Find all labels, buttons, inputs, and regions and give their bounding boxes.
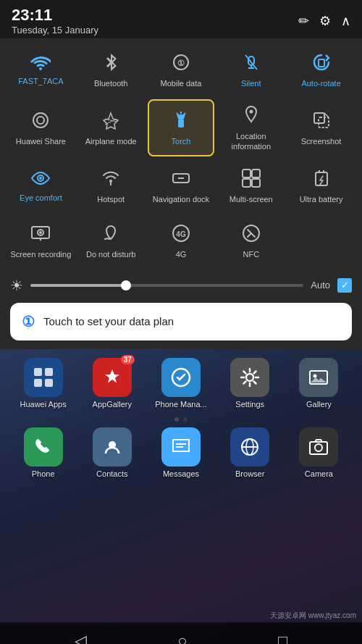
qs-item-nfc[interactable]: NFC — [217, 216, 285, 267]
svg-point-18 — [109, 180, 112, 183]
app-item-phone[interactable]: Phone — [12, 427, 75, 478]
home-button[interactable]: ○ — [177, 632, 187, 644]
data-plan-banner[interactable]: ① Touch to set your data plan — [10, 303, 352, 340]
qs-label-silent: Silent — [241, 78, 261, 88]
brightness-thumb — [121, 280, 131, 290]
qs-item-multi-screen[interactable]: Multi-screen — [217, 161, 285, 212]
auto-rotate-icon — [311, 52, 332, 75]
app-item-messages[interactable]: Messages — [149, 427, 212, 478]
status-time: 23:11 — [12, 6, 98, 25]
brightness-icon: ☀ — [10, 277, 23, 294]
app-icon-browser — [230, 427, 269, 467]
qs-item-torch[interactable]: Torch — [148, 99, 215, 156]
4g-icon: 4G — [171, 223, 191, 246]
svg-rect-24 — [243, 179, 251, 187]
qs-item-wifi[interactable]: FAST_7ACA — [7, 44, 75, 95]
app-grid-row2: PhoneContactsMessagesBrowserCamera — [0, 427, 362, 484]
quick-settings-grid: FAST_7ACABluetooth①Mobile dataSilentAuto… — [7, 44, 355, 267]
svg-rect-13 — [314, 113, 324, 123]
hotspot-icon — [101, 168, 121, 191]
app-item-camera[interactable]: Camera — [287, 427, 350, 478]
qs-label-torch: Torch — [172, 136, 191, 146]
app-item-browser[interactable]: Browser — [219, 427, 282, 478]
svg-point-12 — [249, 110, 253, 114]
app-item-gallery[interactable]: Gallery — [287, 358, 350, 409]
silent-icon — [243, 52, 260, 75]
quick-settings-panel: FAST_7ACABluetooth①Mobile dataSilentAuto… — [0, 38, 362, 349]
qs-item-do-not-disturb[interactable]: Do not disturb — [77, 216, 145, 267]
brightness-slider[interactable] — [30, 284, 303, 287]
svg-rect-39 — [34, 379, 42, 387]
app-label-settings: Settings — [235, 400, 264, 409]
app-icon-gallery — [299, 358, 338, 397]
qs-item-airplane-mode[interactable]: Airplane mode — [77, 99, 145, 156]
location-icon — [243, 105, 259, 128]
app-item-contacts[interactable]: Contacts — [80, 427, 143, 478]
app-label-phone-manager: Phone Mana... — [155, 400, 207, 409]
qs-item-bluetooth[interactable]: Bluetooth — [77, 44, 145, 95]
qs-label-multi-screen: Multi-screen — [230, 194, 273, 204]
app-item-phone-manager[interactable]: Phone Mana... — [149, 358, 212, 409]
qs-label-screenshot: Screenshot — [301, 136, 342, 146]
svg-rect-8 — [178, 119, 184, 127]
app-icon-phone — [24, 427, 63, 467]
settings-icon[interactable]: ⚙ — [319, 13, 331, 29]
recents-button[interactable]: □ — [278, 632, 287, 644]
screenshot-icon — [311, 110, 332, 133]
qs-item-auto-rotate[interactable]: Auto-rotate — [287, 44, 355, 95]
app-icon-camera — [299, 427, 338, 467]
svg-rect-40 — [45, 379, 53, 387]
qs-item-silent[interactable]: Silent — [217, 44, 285, 95]
qs-item-4g[interactable]: 4G4G — [148, 216, 215, 267]
svg-line-10 — [177, 113, 178, 114]
wifi-icon — [30, 54, 51, 73]
ultra-battery-icon — [313, 168, 330, 191]
app-label-browser: Browser — [235, 469, 264, 478]
svg-point-7 — [37, 117, 44, 124]
qs-item-huawei-share[interactable]: Huawei Share — [7, 99, 75, 156]
qs-label-auto-rotate: Auto-rotate — [301, 78, 340, 88]
app-label-contacts: Contacts — [96, 469, 127, 478]
qs-item-screenshot[interactable]: Screenshot — [287, 99, 355, 156]
svg-text:4G: 4G — [176, 230, 186, 238]
brightness-auto-check[interactable]: ✓ — [337, 278, 352, 293]
app-icon-huawei-apps — [24, 358, 63, 397]
qs-item-navigation-dock[interactable]: Navigation dock — [148, 161, 215, 212]
app-label-camera: Camera — [305, 469, 333, 478]
app-label-appgallery: AppGallery — [93, 400, 132, 409]
qs-label-do-not-disturb: Do not disturb — [86, 249, 135, 259]
app-label-gallery: Gallery — [306, 400, 332, 409]
expand-icon[interactable]: ∧ — [341, 13, 350, 29]
qs-item-hotspot[interactable]: Hotspot — [77, 161, 145, 212]
qs-item-ultra-battery[interactable]: Ultra battery — [287, 161, 355, 212]
qs-item-location[interactable]: Location information — [217, 99, 285, 156]
status-date: Tuesday, 15 January — [12, 25, 98, 35]
qs-item-eye-comfort[interactable]: Eye comfort — [7, 161, 75, 212]
back-button[interactable]: ◁ — [75, 632, 87, 644]
data-plan-text: Touch to set your data plan — [43, 315, 174, 327]
qs-item-screen-recording[interactable]: Screen recording — [7, 216, 75, 267]
app-grid-row1: Huawei Apps37AppGalleryPhone Mana...Sett… — [0, 349, 362, 414]
brightness-fill — [30, 284, 126, 287]
watermark: 天源安卓网 www.jtyaz.com — [270, 611, 356, 621]
app-icon-phone-manager — [161, 358, 201, 397]
svg-point-17 — [39, 177, 42, 180]
svg-rect-25 — [252, 179, 260, 187]
app-item-appgallery[interactable]: 37AppGallery — [80, 358, 143, 409]
qs-label-bluetooth: Bluetooth — [94, 78, 127, 88]
svg-text:①: ① — [177, 59, 185, 67]
multi-screen-icon — [241, 168, 261, 191]
svg-point-44 — [313, 374, 317, 377]
do-not-disturb-icon — [101, 223, 121, 246]
data-plan-icon: ① — [22, 313, 35, 330]
qs-label-screen-recording: Screen recording — [11, 249, 72, 259]
qs-label-huawei-share: Huawei Share — [16, 136, 66, 146]
brightness-auto-label: Auto — [311, 280, 330, 290]
edit-icon[interactable]: ✏ — [298, 13, 309, 29]
app-item-huawei-apps[interactable]: Huawei Apps — [12, 358, 75, 409]
qs-item-mobile-data[interactable]: ①Mobile data — [148, 44, 215, 95]
app-item-settings[interactable]: Settings — [219, 358, 282, 409]
app-icon-contacts — [93, 427, 132, 467]
svg-point-42 — [246, 374, 253, 381]
app-icon-messages — [161, 427, 201, 467]
